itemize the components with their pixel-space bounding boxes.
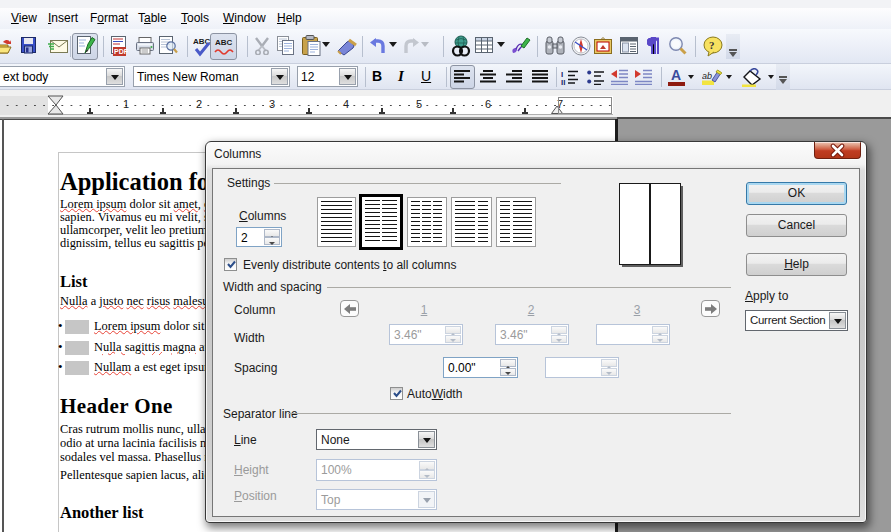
svg-text:ABC: ABC [215, 38, 233, 47]
svg-text:ab: ab [702, 71, 712, 81]
svg-text:II: II [561, 78, 565, 85]
svg-text:?: ? [709, 39, 715, 51]
svg-text:PDF: PDF [114, 48, 128, 55]
